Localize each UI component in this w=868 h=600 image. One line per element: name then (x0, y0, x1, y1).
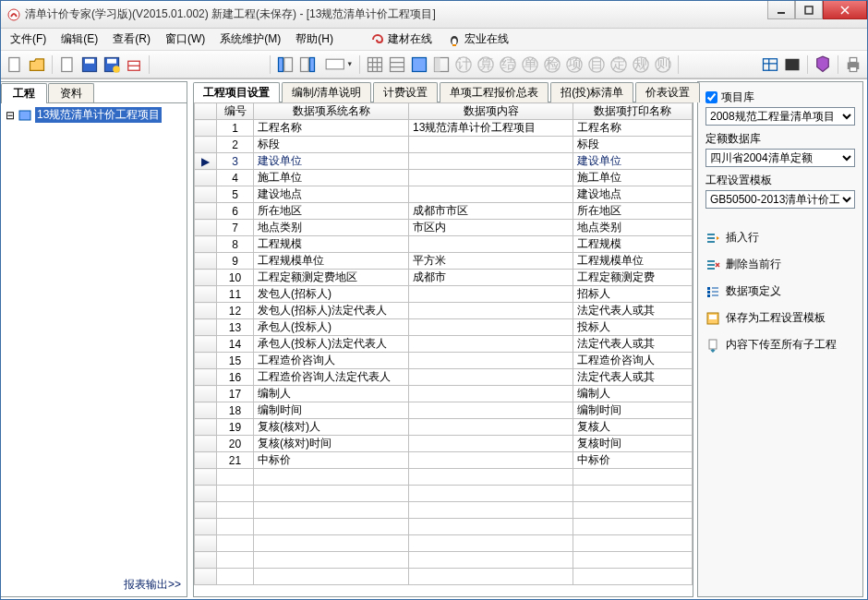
table-row[interactable]: 10工程定额测定费地区成都市工程定额测定费 (195, 270, 693, 286)
cell-num[interactable]: 5 (217, 186, 254, 203)
row-header[interactable] (195, 502, 217, 519)
row-header[interactable]: ▶ (195, 153, 217, 170)
cell-content[interactable] (409, 569, 573, 585)
cell-printname[interactable]: 所在地区 (573, 203, 693, 220)
table-row[interactable]: 18编制时间编制时间 (195, 402, 693, 419)
cell-sysname[interactable] (254, 569, 409, 585)
cell-content[interactable] (409, 353, 573, 369)
cell-printname[interactable]: 法定代表人或其 (573, 336, 693, 353)
cell-num[interactable]: 10 (217, 270, 254, 286)
cell-sysname[interactable]: 中标价 (254, 452, 409, 469)
cell-num[interactable]: 6 (217, 203, 254, 220)
row-header[interactable] (195, 552, 217, 569)
cell-num[interactable]: 13 (217, 319, 254, 336)
row-header[interactable] (195, 336, 217, 353)
cell-content[interactable] (409, 469, 573, 486)
table-row[interactable] (195, 502, 693, 519)
row-header[interactable] (195, 286, 217, 303)
cell-num[interactable]: 18 (217, 402, 254, 419)
cell-num[interactable]: 20 (217, 436, 254, 452)
row-header[interactable] (195, 303, 217, 319)
cell-sysname[interactable]: 建设单位 (254, 153, 409, 170)
cell-sysname[interactable] (254, 535, 409, 552)
row-header[interactable] (195, 203, 217, 220)
cell-printname[interactable]: 工程名称 (573, 120, 693, 137)
table-row[interactable]: 15工程造价咨询人工程造价咨询人 (195, 353, 693, 369)
tree-root-item[interactable]: ⊟ 13规范清单计价工程项目 (4, 106, 184, 124)
tb-saveas[interactable] (102, 54, 122, 75)
cell-content[interactable] (409, 286, 573, 303)
cell-num[interactable]: 8 (217, 236, 254, 253)
action-insert-row[interactable]: 插入行 (705, 227, 855, 248)
tb-circle-7[interactable]: 定 (609, 54, 629, 75)
tb-circle-6[interactable]: 目 (586, 54, 607, 75)
center-tab-3[interactable]: 单项工程报价总表 (440, 82, 549, 102)
cell-content[interactable] (409, 236, 573, 253)
cell-sysname[interactable]: 发包人(招标人) (254, 286, 409, 303)
cell-printname[interactable]: 复核时间 (573, 436, 693, 452)
tb-new2[interactable] (57, 54, 78, 75)
tb-circle-0[interactable]: 计 (453, 54, 474, 75)
cell-content[interactable] (409, 319, 573, 336)
menu-window[interactable]: 窗口(W) (160, 30, 211, 49)
tb-detailview[interactable] (782, 54, 802, 75)
row-header[interactable] (195, 519, 217, 535)
row-header[interactable] (195, 402, 217, 419)
cell-sysname[interactable]: 编制时间 (254, 402, 409, 419)
row-header[interactable] (195, 569, 217, 585)
cell-printname[interactable]: 编制人 (573, 386, 693, 402)
cell-printname[interactable]: 招标人 (573, 286, 693, 303)
table-row[interactable]: 8工程规模工程规模 (195, 236, 693, 253)
cell-sysname[interactable]: 工程造价咨询人 (254, 353, 409, 369)
table-row[interactable]: 19复核(核对)人复核人 (195, 419, 693, 436)
link-jiancai[interactable]: 建材在线 (365, 30, 438, 49)
grid-col-0[interactable]: 编号 (217, 103, 254, 120)
cell-sysname[interactable] (254, 502, 409, 519)
table-row[interactable]: ▶3建设单位建设单位 (195, 153, 693, 170)
cell-printname[interactable]: 复核人 (573, 419, 693, 436)
cell-printname[interactable]: 地点类别 (573, 220, 693, 236)
row-header[interactable] (195, 369, 217, 386)
cell-num[interactable]: 1 (217, 120, 254, 137)
tb-new[interactable] (5, 54, 25, 75)
row-header[interactable] (195, 452, 217, 469)
center-tab-4[interactable]: 招(投)标清单 (550, 82, 633, 102)
cell-content[interactable] (409, 519, 573, 535)
cell-content[interactable] (409, 535, 573, 552)
table-row[interactable] (195, 519, 693, 535)
row-header[interactable] (195, 319, 217, 336)
cell-content[interactable] (409, 386, 573, 402)
cell-content[interactable] (409, 419, 573, 436)
cell-sysname[interactable]: 建设地点 (254, 186, 409, 203)
tb-open[interactable] (27, 54, 47, 75)
center-tab-5[interactable]: 价表设置 (635, 82, 700, 102)
cell-num[interactable]: 17 (217, 386, 254, 402)
row-header[interactable] (195, 236, 217, 253)
cell-printname[interactable] (573, 502, 693, 519)
table-row[interactable]: 16工程造价咨询人法定代表人法定代表人或其 (195, 369, 693, 386)
chk-project-lib-box[interactable] (705, 91, 717, 103)
grid-col-2[interactable]: 数据项内容 (409, 103, 573, 120)
table-row[interactable]: 17编制人编制人 (195, 386, 693, 402)
row-header[interactable] (195, 419, 217, 436)
cell-content[interactable] (409, 369, 573, 386)
action-save-template[interactable]: 保存为工程设置模板 (705, 307, 855, 329)
sel-project-lib[interactable]: 2008规范工程量清单项目 (705, 107, 855, 126)
row-header[interactable] (195, 120, 217, 137)
row-header[interactable] (195, 270, 217, 286)
tb-circle-1[interactable]: 算 (476, 54, 496, 75)
cell-printname[interactable]: 标段 (573, 137, 693, 153)
cell-num[interactable] (217, 469, 254, 486)
center-tab-1[interactable]: 编制/清单说明 (282, 82, 371, 102)
row-header[interactable] (195, 469, 217, 486)
cell-printname[interactable] (573, 519, 693, 535)
cell-printname[interactable]: 投标人 (573, 319, 693, 336)
left-tab-material[interactable]: 资料 (48, 83, 94, 103)
tb-col-left[interactable] (275, 54, 295, 75)
menu-file[interactable]: 文件(F) (5, 30, 52, 49)
row-header[interactable] (195, 535, 217, 552)
grid-col-3[interactable]: 数据项打印名称 (573, 103, 693, 120)
tb-circle-4[interactable]: 检 (542, 54, 562, 75)
cell-num[interactable] (217, 502, 254, 519)
cell-printname[interactable]: 工程规模 (573, 236, 693, 253)
